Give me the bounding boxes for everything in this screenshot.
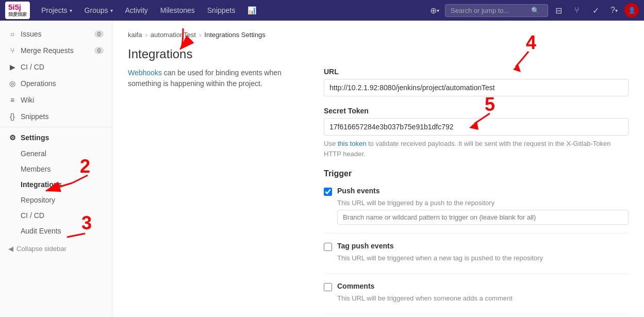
breadcrumb-automationtest[interactable]: automationTest [151, 31, 196, 39]
user-avatar[interactable]: 👤 [624, 3, 639, 18]
ci-cd-icon: ▶ [8, 63, 16, 71]
push-events-desc: This URL will be triggered by a push to … [337, 199, 629, 207]
merge-requests-icon: ⑂ [8, 46, 16, 55]
page-title: Integrations [128, 47, 629, 61]
sidebar-item-merge-requests[interactable]: ⑂ Merge Requests 0 [0, 42, 112, 59]
push-events-title: Push events [337, 187, 379, 195]
settings-label: Settings [21, 134, 49, 142]
trigger-comments: Comments This URL will be triggered when… [324, 282, 629, 314]
groups-chevron-icon: ▾ [110, 8, 113, 13]
nav-milestones[interactable]: Milestones [155, 0, 200, 21]
sidebar-item-general[interactable]: General [0, 146, 112, 161]
sidebar-toggle-button[interactable]: ⊟ [550, 2, 567, 19]
help-button[interactable]: ?▾ [606, 2, 622, 19]
sidebar-item-operations[interactable]: ◎ Operations [0, 75, 112, 92]
logo-tagline: 我爱我家 [8, 11, 27, 18]
nav-groups[interactable]: Groups ▾ [79, 0, 118, 21]
breadcrumb-sep-2: › [199, 31, 201, 39]
breadcrumb-sep-1: › [145, 31, 147, 39]
secret-token-hint: Use this token to validate received payl… [324, 139, 629, 159]
comments-title: Comments [337, 282, 374, 290]
trigger-push-events: Push events This URL will be triggered b… [324, 187, 629, 233]
secret-token-label: Secret Token [324, 107, 629, 115]
new-item-button[interactable]: ⊕ ▾ [426, 2, 443, 19]
page-description: Webhooks can be used for binding events … [128, 68, 303, 89]
collapse-sidebar-button[interactable]: ◀ Collapse sidebar [0, 241, 112, 257]
hint-link[interactable]: this token [338, 140, 367, 147]
trigger-label: Trigger [324, 169, 629, 178]
push-events-checkbox[interactable] [324, 188, 332, 196]
comments-checkbox[interactable] [324, 283, 332, 291]
sidebar-item-wiki[interactable]: ≡ Wiki [0, 92, 112, 108]
sidebar-item-ci-cd-sub[interactable]: CI / CD [0, 208, 112, 223]
search-icon: 🔍 [531, 7, 539, 14]
snippets-icon: {} [8, 112, 16, 121]
collapse-icon: ◀ [8, 245, 13, 253]
trigger-section: Trigger Push events This URL will be tri… [324, 169, 629, 317]
sidebar-item-issues[interactable]: ○ Issues 0 [0, 26, 112, 42]
secret-token-input[interactable] [324, 118, 629, 136]
url-input[interactable] [324, 79, 629, 96]
breadcrumb-current: Integrations Settings [204, 31, 266, 39]
sidebar: ○ Issues 0 ⑂ Merge Requests 0 ▶ CI / CD … [0, 21, 112, 317]
sidebar-item-repository[interactable]: Repository [0, 192, 112, 208]
mr-badge: 0 [94, 47, 104, 54]
sidebar-item-label: Issues [21, 30, 41, 38]
sidebar-item-label: CI / CD [21, 63, 44, 71]
sidebar-item-ci-cd[interactable]: ▶ CI / CD [0, 59, 112, 75]
sidebar-divider [0, 127, 112, 127]
projects-chevron-icon: ▾ [70, 8, 72, 13]
sidebar-item-snippets[interactable]: {} Snippets [0, 108, 112, 125]
nav-activity[interactable]: Activity [120, 0, 153, 21]
operations-icon: ◎ [8, 79, 16, 88]
issues-icon[interactable]: ✓ [587, 2, 604, 19]
sidebar-item-members[interactable]: Members [0, 161, 112, 177]
issues-icon: ○ [8, 30, 16, 38]
main-content: kaifa › automationTest › Integrations Se… [112, 21, 644, 317]
search-input[interactable] [451, 7, 528, 14]
issues-badge: 0 [94, 30, 104, 38]
nav-snippets[interactable]: Snippets [202, 0, 240, 21]
comments-desc: This URL will be triggered when someone … [337, 294, 629, 302]
sidebar-item-label: Merge Requests [21, 46, 74, 55]
trigger-tag-push-events: Tag push events This URL will be trigger… [324, 242, 629, 274]
url-group: URL [324, 68, 629, 96]
secret-token-group: Secret Token Use this token to validate … [324, 107, 629, 159]
nav-projects[interactable]: Projects ▾ [36, 0, 77, 21]
settings-icon: ⚙ [8, 134, 16, 142]
site-logo[interactable]: 5i5j我爱我家 [5, 2, 30, 19]
webhooks-link[interactable]: Webhooks [128, 69, 162, 77]
sidebar-item-label: Operations [21, 79, 56, 88]
url-label: URL [324, 68, 629, 76]
sidebar-item-audit-events[interactable]: Audit Events [0, 223, 112, 239]
sidebar-item-integrations[interactable]: Integrations [0, 177, 112, 192]
nav-chart-icon[interactable]: 📊 [242, 0, 261, 21]
breadcrumb-kaifa[interactable]: kaifa [128, 31, 142, 39]
integrations-form: URL Secret Token Use this token to valid… [324, 68, 629, 317]
sidebar-item-label: Snippets [21, 112, 48, 121]
breadcrumb: kaifa › automationTest › Integrations Se… [128, 31, 629, 39]
tag-push-title: Tag push events [337, 242, 393, 250]
search-container: 🔍 [445, 4, 548, 17]
sidebar-settings-header[interactable]: ⚙ Settings [0, 129, 112, 146]
tag-push-desc: This URL will be triggered when a new ta… [337, 254, 629, 262]
top-navigation: 5i5j我爱我家 Projects ▾ Groups ▾ Activity Mi… [0, 0, 644, 21]
sidebar-item-label: Wiki [21, 96, 34, 104]
tag-push-checkbox[interactable] [324, 243, 332, 251]
push-branch-input[interactable] [337, 210, 629, 225]
merge-requests-icon[interactable]: ⑂ [569, 2, 585, 19]
wiki-icon: ≡ [8, 96, 16, 104]
